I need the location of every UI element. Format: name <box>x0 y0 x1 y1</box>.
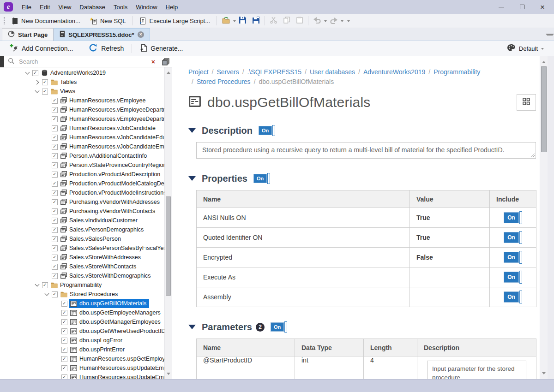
refresh-button[interactable]: Refresh <box>83 41 130 56</box>
checkbox[interactable] <box>52 172 58 178</box>
checkbox[interactable] <box>42 79 48 85</box>
redo-button[interactable] <box>327 15 341 27</box>
checkbox[interactable] <box>52 218 58 224</box>
tree-item[interactable]: Sales.vPersonDemographics <box>0 225 164 234</box>
checkbox[interactable] <box>42 89 48 95</box>
checkbox[interactable] <box>52 227 58 233</box>
scroll-down-icon[interactable] <box>167 373 170 377</box>
tab-list-dropdown-icon[interactable] <box>546 34 554 41</box>
content-scrollbar-thumb[interactable] <box>541 66 547 152</box>
checkbox[interactable] <box>42 282 48 288</box>
tree-item[interactable]: HumanResources.vJobCandidate <box>0 124 164 133</box>
tree-item[interactable]: Sales.vStoreWithContacts <box>0 262 164 271</box>
close-icon[interactable]: × <box>540 3 545 11</box>
tree-item[interactable]: Sales.vStoreWithDemographics <box>0 271 164 280</box>
tree-item[interactable]: dbo.uspPrintError <box>0 345 164 354</box>
include-toggle[interactable]: On <box>504 271 522 284</box>
collapse-triangle-icon[interactable] <box>188 128 196 133</box>
cut-button[interactable] <box>267 15 280 27</box>
breadcrumb-link[interactable]: User databases <box>310 68 355 76</box>
checkbox[interactable] <box>52 208 58 214</box>
tree-item[interactable]: Production.vProductModelInstructions <box>0 188 164 197</box>
scroll-up-icon[interactable] <box>542 59 546 63</box>
checkbox[interactable] <box>52 273 58 279</box>
menu-window[interactable]: Window <box>132 2 161 12</box>
tree-item[interactable]: HumanResources.vEmployee <box>0 96 164 105</box>
tab-document[interactable]: SQLEXPRESS15.ddoc* × <box>54 28 150 41</box>
tree-item[interactable]: HumanResources.uspUpdateEmploy... <box>0 373 164 379</box>
checkbox[interactable] <box>52 125 58 131</box>
open-button[interactable] <box>219 15 233 27</box>
tree-item[interactable]: Purchasing.vVendorWithContacts <box>0 207 164 216</box>
tab-start-page[interactable]: Start Page <box>2 28 54 41</box>
tree-item[interactable]: Production.vProductModelCatalogDescr... <box>0 179 164 188</box>
tree-item[interactable]: HumanResources.vEmployeeDepartme... <box>0 114 164 124</box>
tree-item[interactable]: Purchasing.vVendorWithAddresses <box>0 197 164 207</box>
parameters-include-toggle[interactable]: On <box>271 321 287 333</box>
resize-handle-icon[interactable] <box>530 153 535 157</box>
include-toggle[interactable]: On <box>504 231 522 244</box>
checkbox[interactable] <box>52 153 58 159</box>
tab-close-icon[interactable]: × <box>138 31 144 38</box>
tree-item[interactable]: HumanResources.uspUpdateEmploy... <box>0 363 164 373</box>
chevron-down-icon[interactable] <box>43 293 50 295</box>
checkbox[interactable] <box>52 144 58 150</box>
panel-grip[interactable] <box>0 56 4 67</box>
tree-item[interactable]: dbo.uspGetEmployeeManagers <box>0 308 164 317</box>
checkbox[interactable] <box>61 347 67 353</box>
description-textarea[interactable]: Stored procedure using a recursive query… <box>196 142 536 159</box>
save-as-button[interactable] <box>249 15 263 27</box>
breadcrumb-link[interactable]: Programmability <box>434 68 480 76</box>
breadcrumb-link[interactable]: Servers <box>217 68 239 76</box>
checkbox[interactable] <box>52 162 58 168</box>
paste-button[interactable] <box>293 15 306 27</box>
layout-grid-button[interactable] <box>517 94 536 111</box>
menu-help[interactable]: Help <box>162 2 182 12</box>
tree-item[interactable]: Production.vProductAndDescription <box>0 170 164 179</box>
checkbox[interactable] <box>52 107 58 113</box>
menu-edit[interactable]: Edit <box>36 2 54 12</box>
copy-button[interactable] <box>280 15 293 27</box>
collapse-triangle-icon[interactable] <box>188 176 196 181</box>
tree-item[interactable]: HumanResources.uspGetEmployees... <box>0 354 164 363</box>
theme-picker-button[interactable]: Default <box>507 44 550 53</box>
toolbar-overflow-icon[interactable] <box>347 20 350 24</box>
tree-item[interactable]: Programmability <box>0 280 164 290</box>
description-include-toggle[interactable]: On <box>259 125 275 136</box>
tree-item[interactable]: dbo.uspLogError <box>0 336 164 345</box>
parameter-description-box[interactable]: Input parameter for the stored procedure… <box>427 361 526 379</box>
clear-search-icon[interactable]: × <box>151 59 156 65</box>
tree-item[interactable]: dbo.uspGetWhereUsedProductID <box>0 327 164 336</box>
breadcrumb-link[interactable]: AdventureWorks2019 <box>363 68 425 76</box>
checkbox[interactable] <box>52 291 58 297</box>
tree-item[interactable]: Sales.vIndividualCustomer <box>0 216 164 225</box>
chevron-down-icon[interactable] <box>34 90 41 92</box>
menu-tools[interactable]: Tools <box>109 2 132 12</box>
checkbox[interactable] <box>52 255 58 261</box>
tree-scrollbar-thumb[interactable] <box>166 196 171 296</box>
checkbox[interactable] <box>61 328 67 334</box>
checkbox[interactable] <box>52 181 58 187</box>
tree-item[interactable]: Sales.vStoreWithAddresses <box>0 253 164 262</box>
save-button[interactable] <box>236 15 249 27</box>
tree-item[interactable]: HumanResources.vEmployeeDepartment <box>0 105 164 114</box>
new-documentation-button[interactable]: New Documentation... <box>7 15 85 27</box>
scroll-down-icon[interactable] <box>542 372 546 376</box>
tree-item[interactable]: Tables <box>0 77 164 87</box>
breadcrumb-link[interactable]: .\SQLEXPRESS15 <box>247 68 302 76</box>
breadcrumb-link[interactable]: Stored Procedures <box>197 78 251 85</box>
checkbox[interactable] <box>52 190 58 196</box>
checkbox[interactable] <box>52 245 58 251</box>
checkbox[interactable] <box>52 116 58 122</box>
checkbox[interactable] <box>61 365 67 371</box>
chevron-down-icon[interactable] <box>24 72 31 74</box>
tree-item[interactable]: Person.vStateProvinceCountryRegion <box>0 160 164 170</box>
chevron-down-icon[interactable] <box>34 284 41 286</box>
scroll-up-icon[interactable] <box>167 70 170 74</box>
new-sql-button[interactable]: New SQL <box>85 15 131 27</box>
menu-database[interactable]: Database <box>75 2 109 12</box>
include-toggle[interactable]: On <box>504 211 522 224</box>
tree-item[interactable]: Sales.vSalesPersonSalesByFiscalYears <box>0 244 164 253</box>
maximize-icon[interactable] <box>520 5 524 9</box>
checkbox[interactable] <box>61 301 67 307</box>
